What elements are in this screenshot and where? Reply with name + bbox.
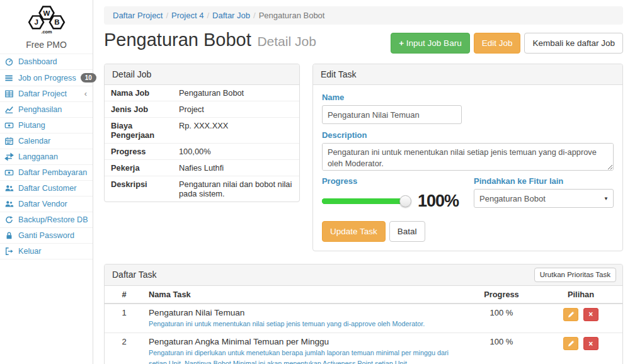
- task-name-input[interactable]: [322, 105, 462, 124]
- sidebar-item-backup-restore[interactable]: Backup/Restore DB: [0, 212, 93, 228]
- sidebar-item-daftar-vendor[interactable]: Daftar Vendor: [0, 196, 93, 212]
- breadcrumb-link-daftar-project[interactable]: Daftar Project: [113, 11, 163, 20]
- task-num: 1: [105, 304, 144, 334]
- sidebar-item-job-on-progress[interactable]: Job on Progress 10: [0, 70, 93, 86]
- detail-row-pekerja: Pekerja Nafies Luthfi: [105, 160, 299, 176]
- breadcrumb-separator: /: [207, 11, 209, 20]
- dashboard-icon: [4, 57, 14, 66]
- urutkan-prioritas-task-button-top[interactable]: Urutkan Prioritas Task: [534, 268, 616, 282]
- close-icon: ×: [588, 340, 593, 348]
- task-progress: 100 %: [464, 304, 539, 334]
- edit-task-button[interactable]: [563, 308, 578, 321]
- page-title-group: Pengaturan Bobot Detail Job: [104, 30, 316, 50]
- detail-value: Pengaturan Bobot: [177, 85, 299, 101]
- sidebar-item-label: Ganti Password: [18, 231, 74, 240]
- input-job-baru-label: Input Job Baru: [406, 38, 462, 48]
- job-count-badge: 10: [81, 73, 96, 82]
- detail-value: 100,00%: [177, 144, 299, 159]
- input-job-baru-button[interactable]: + Input Job Baru: [391, 33, 469, 54]
- task-name: Pengaturan Angka Minimal Temuan per Ming…: [149, 337, 459, 346]
- detail-label: Pekerja: [105, 160, 177, 176]
- breadcrumb-link-daftar-job[interactable]: Daftar Job: [212, 11, 250, 20]
- detail-row-deskripsi: Deskripsi Pengaturan nilai dan bobot nil…: [105, 176, 299, 202]
- task-actions: ×: [539, 304, 622, 334]
- sidebar-item-daftar-pembayaran[interactable]: Daftar Pembayaran: [0, 165, 93, 181]
- task-description: Pengaturan ini untuk menentukan nilai se…: [149, 319, 459, 329]
- sidebar-menu: Dashboard Job on Progress 10 Daftar Proj…: [0, 54, 93, 259]
- progress-slider[interactable]: [322, 198, 405, 204]
- table-icon: [4, 89, 14, 98]
- sidebar-item-penghasilan[interactable]: Penghasilan: [0, 102, 93, 118]
- column-header-pilihan: Pilihan: [539, 286, 622, 304]
- sidebar-item-ganti-password[interactable]: Ganti Password: [0, 228, 93, 244]
- task-description-textarea[interactable]: Pengaturan ini untuk menentukan nilai se…: [322, 143, 614, 171]
- close-icon: ×: [588, 310, 593, 318]
- update-task-button[interactable]: Update Task: [322, 221, 386, 242]
- edit-job-button[interactable]: Edit Job: [474, 33, 521, 54]
- svg-text:J: J: [34, 18, 38, 26]
- breadcrumb-link-project-4[interactable]: Project 4: [171, 11, 203, 20]
- app-window: W J B .com Free PMO Dashboard Job on Pro…: [0, 0, 630, 364]
- breadcrumb-separator: /: [166, 11, 168, 20]
- sidebar-item-keluar[interactable]: Keluar: [0, 244, 93, 259]
- detail-row-progress: Progress 100,00%: [105, 144, 299, 160]
- money-icon: [4, 168, 14, 177]
- detail-row-biaya: Biaya Pengerjaan Rp. XXX.XXX: [105, 118, 299, 144]
- sign-out-icon: [4, 247, 14, 256]
- progress-slider-fill: [322, 198, 405, 204]
- progress-label: Progress: [322, 176, 459, 186]
- page-title: Pengaturan Bobot: [104, 30, 251, 50]
- detail-value: Pengaturan nilai dan bobot nilai pada si…: [177, 176, 299, 202]
- sidebar-item-dashboard[interactable]: Dashboard: [0, 54, 93, 70]
- sidebar-item-daftar-customer[interactable]: Daftar Customer: [0, 181, 93, 196]
- sidebar-item-daftar-project[interactable]: Daftar Project ‹: [0, 86, 93, 102]
- progress-percent-value: 100%: [418, 191, 459, 211]
- breadcrumb-current: Pengaturan Bobot: [259, 11, 325, 20]
- sidebar-item-label: Dashboard: [18, 57, 57, 66]
- sidebar-item-label: Daftar Pembayaran: [18, 168, 87, 177]
- detail-job-panel: Detail Job Nama Job Pengaturan Bobot Jen…: [104, 64, 300, 202]
- column-header-nama-task: Nama Task: [144, 286, 464, 304]
- sidebar-item-label: Daftar Project: [18, 89, 67, 98]
- sidebar-item-label: Daftar Customer: [18, 184, 76, 193]
- detail-label: Nama Job: [105, 85, 177, 101]
- description-label: Description: [322, 130, 614, 140]
- page-subtitle: Detail Job: [257, 34, 316, 48]
- sidebar-item-langganan[interactable]: Langganan: [0, 149, 93, 165]
- chevron-left-icon: ‹: [84, 91, 88, 97]
- svg-text:B: B: [54, 18, 59, 26]
- detail-row-jenis-job: Jenis Job Project: [105, 101, 299, 118]
- kembali-ke-daftar-job-button[interactable]: Kembali ke daftar Job: [524, 33, 623, 54]
- table-row: 2 Pengaturan Angka Minimal Temuan per Mi…: [105, 333, 622, 364]
- sidebar-item-piutang[interactable]: Piutang: [0, 118, 93, 134]
- sidebar-item-label: Langganan: [18, 152, 58, 161]
- svg-text:.com: .com: [41, 29, 52, 35]
- detail-value: Project: [177, 101, 299, 117]
- edit-task-button[interactable]: [563, 337, 578, 350]
- calendar-icon: [4, 137, 14, 145]
- detail-job-panel-title: Detail Job: [105, 64, 299, 85]
- progress-slider-handle[interactable]: [399, 195, 411, 207]
- delete-task-button[interactable]: ×: [583, 308, 598, 321]
- detail-label: Jenis Job: [105, 101, 177, 117]
- detail-value: Nafies Luthfi: [177, 160, 299, 176]
- breadcrumb-separator: /: [253, 11, 256, 20]
- sidebar-item-calendar[interactable]: Calendar: [0, 134, 93, 149]
- sidebar-item-label: Keluar: [18, 247, 41, 256]
- page-header: Pengaturan Bobot Detail Job + Input Job …: [104, 30, 623, 54]
- users-icon: [4, 200, 14, 208]
- sidebar-item-label: Job on Progress: [18, 74, 76, 82]
- sidebar-item-label: Calendar: [18, 137, 50, 145]
- detail-label: Progress: [105, 144, 177, 159]
- daftar-task-panel: Daftar Task Urutkan Prioritas Task # Nam…: [104, 264, 623, 364]
- detail-job-table: Nama Job Pengaturan Bobot Jenis Job Proj…: [105, 85, 299, 202]
- brand-name: Free PMO: [0, 40, 93, 50]
- move-feature-select[interactable]: Pengaturan Bobot: [474, 189, 614, 208]
- batal-button[interactable]: Batal: [389, 221, 425, 242]
- column-header-num: #: [105, 286, 144, 304]
- jwb-logo-icon: W J B .com: [21, 4, 72, 36]
- sidebar-item-label: Daftar Vendor: [18, 200, 67, 208]
- main-content: Daftar Project/Project 4/Daftar Job/Peng…: [94, 0, 630, 364]
- detail-label: Deskripsi: [105, 176, 177, 202]
- delete-task-button[interactable]: ×: [583, 337, 598, 350]
